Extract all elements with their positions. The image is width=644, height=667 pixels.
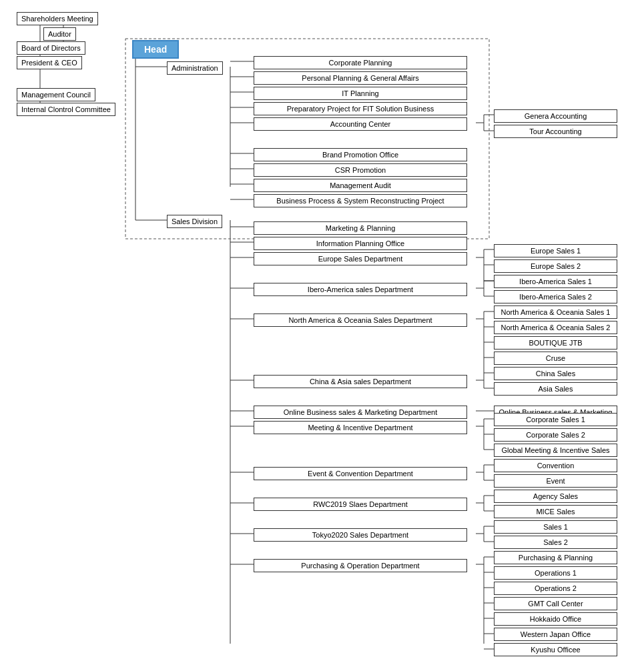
personal-planning-label: Personal Planning & General Affairs <box>254 71 467 85</box>
agency-sales-node: Agency Sales <box>494 490 617 503</box>
purchasing-dept-node: Purchasing & Operation Department <box>254 559 467 572</box>
internal-control-node: Internal Clontrol Committee <box>17 103 115 116</box>
china-sales-node: China Sales <box>494 367 617 380</box>
north-america1-node: North America & Oceania Sales 1 <box>494 305 617 319</box>
online-business-dept-node: Online Business sales & Marketing Depart… <box>254 406 467 419</box>
western-japan-node: Western Japan Office <box>494 628 617 641</box>
general-accounting-node: Genera Accounting <box>494 109 617 123</box>
brand-promotion-label: Brand Promotion Office <box>254 148 467 161</box>
org-chart: Shareholders Meeting Auditor Board of Di… <box>7 7 641 667</box>
mice-sales-node: MICE Sales <box>494 505 617 518</box>
purchasing-planning-label: Purchasing & Planning <box>494 551 617 564</box>
brand-promotion-node: Brand Promotion Office <box>254 148 467 161</box>
boutique-jtb-node: BOUTIQUE JTB <box>494 336 617 350</box>
north-america-dept-node: North America & Oceania Sales Department <box>254 313 467 327</box>
meeting-incentive-dept-label: Meeting & Incentive Department <box>254 421 467 434</box>
online-business-dept-label: Online Business sales & Marketing Depart… <box>254 406 467 419</box>
accounting-center-label: Accounting Center <box>254 117 467 131</box>
event-label: Event <box>494 474 617 488</box>
event-node: Event <box>494 474 617 488</box>
preparatory-project-label: Preparatory Project for FIT Solution Bus… <box>254 102 467 115</box>
rwc2019-dept-node: RWC2019 Slaes Department <box>254 498 467 511</box>
marketing-planning-label: Marketing & Planning <box>254 221 467 235</box>
corporate-planning-node: Corporate Planning <box>254 56 467 69</box>
operations1-label: Operations 1 <box>494 566 617 580</box>
tour-accounting-node: Tour Accounting <box>494 125 617 138</box>
asia-sales-node: Asia Sales <box>494 382 617 396</box>
auditor-label: Auditor <box>43 27 76 41</box>
corporate-planning-label: Corporate Planning <box>254 56 467 69</box>
accounting-center-node: Accounting Center <box>254 117 467 131</box>
gmt-call-center-node: GMT Call Center <box>494 597 617 610</box>
preparatory-project-node: Preparatory Project for FIT Solution Bus… <box>254 102 467 115</box>
board-directors-node: Board of Directors <box>17 41 85 55</box>
shareholders-meeting-node: Shareholders Meeting <box>17 12 98 25</box>
general-accounting-label: Genera Accounting <box>494 109 617 123</box>
ibero-america-dept-node: Ibero-America sales Department <box>254 283 467 296</box>
president-ceo-node: President & CEO <box>17 56 82 69</box>
global-meeting-node: Global Meeting & Incentive Sales <box>494 444 617 457</box>
hokkaido-office-node: Hokkaido Office <box>494 612 617 626</box>
rwc2019-dept-label: RWC2019 Slaes Department <box>254 498 467 511</box>
purchasing-dept-label: Purchasing & Operation Department <box>254 559 467 572</box>
ibero-sales1-label: Ibero-America Sales 1 <box>494 275 617 288</box>
president-ceo-label: President & CEO <box>17 56 82 69</box>
europe-sales-dept-node: Europe Sales Department <box>254 252 467 265</box>
meeting-incentive-dept-node: Meeting & Incentive Department <box>254 421 467 434</box>
corporate-sales2-label: Corporate Sales 2 <box>494 428 617 442</box>
sales2-label: Sales 2 <box>494 536 617 549</box>
administration-node: Administration <box>167 61 223 75</box>
europe-sales2-label: Europe Sales 2 <box>494 259 617 273</box>
ibero-america-dept-label: Ibero-America sales Department <box>254 283 467 296</box>
purchasing-planning-node: Purchasing & Planning <box>494 551 617 564</box>
internal-control-label: Internal Clontrol Committee <box>17 103 115 116</box>
board-directors-label: Board of Directors <box>17 41 85 55</box>
tour-accounting-label: Tour Accounting <box>494 125 617 138</box>
management-audit-label: Management Audit <box>254 179 467 192</box>
corporate-sales2-node: Corporate Sales 2 <box>494 428 617 442</box>
convention-node: Convention <box>494 459 617 472</box>
administration-label: Administration <box>167 61 223 75</box>
event-convention-dept-node: Event & Convention Department <box>254 467 467 480</box>
cruse-node: Cruse <box>494 352 617 365</box>
shareholders-meeting-label: Shareholders Meeting <box>17 12 98 25</box>
china-asia-dept-label: China & Asia sales Department <box>254 375 467 388</box>
europe-sales1-label: Europe Sales 1 <box>494 244 617 257</box>
mice-sales-label: MICE Sales <box>494 505 617 518</box>
kyushu-office-label: Kyushu Officee <box>494 643 617 656</box>
head-node: Head <box>132 40 179 59</box>
sales-division-label: Sales Division <box>167 215 222 228</box>
head-label: Head <box>132 40 179 59</box>
asia-sales-label: Asia Sales <box>494 382 617 396</box>
sales2-node: Sales 2 <box>494 536 617 549</box>
agency-sales-label: Agency Sales <box>494 490 617 503</box>
convention-label: Convention <box>494 459 617 472</box>
ibero-sales2-label: Ibero-America Sales 2 <box>494 290 617 303</box>
operations2-node: Operations 2 <box>494 582 617 595</box>
it-planning-label: IT Planning <box>254 87 467 100</box>
auditor-node: Auditor <box>43 27 76 41</box>
western-japan-label: Western Japan Office <box>494 628 617 641</box>
europe-sales1-node: Europe Sales 1 <box>494 244 617 257</box>
management-audit-node: Management Audit <box>254 179 467 192</box>
personal-planning-node: Personal Planning & General Affairs <box>254 71 467 85</box>
hokkaido-office-label: Hokkaido Office <box>494 612 617 626</box>
europe-sales-dept-label: Europe Sales Department <box>254 252 467 265</box>
boutique-jtb-label: BOUTIQUE JTB <box>494 336 617 350</box>
corporate-sales1-node: Corporate Sales 1 <box>494 413 617 426</box>
information-planning-label: Information Planning Office <box>254 237 467 250</box>
marketing-planning-node: Marketing & Planning <box>254 221 467 235</box>
management-council-label: Management Council <box>17 88 95 101</box>
management-council-node: Management Council <box>17 88 95 101</box>
europe-sales2-node: Europe Sales 2 <box>494 259 617 273</box>
sales1-node: Sales 1 <box>494 520 617 534</box>
gmt-call-center-label: GMT Call Center <box>494 597 617 610</box>
ibero-sales1-node: Ibero-America Sales 1 <box>494 275 617 288</box>
kyushu-office-node: Kyushu Officee <box>494 643 617 656</box>
sales-division-node: Sales Division <box>167 215 222 228</box>
north-america2-label: North America & Oceania Sales 2 <box>494 321 617 334</box>
china-sales-label: China Sales <box>494 367 617 380</box>
operations1-node: Operations 1 <box>494 566 617 580</box>
tokyo2020-dept-node: Tokyo2020 Sales Department <box>254 528 467 542</box>
china-asia-dept-node: China & Asia sales Department <box>254 375 467 388</box>
